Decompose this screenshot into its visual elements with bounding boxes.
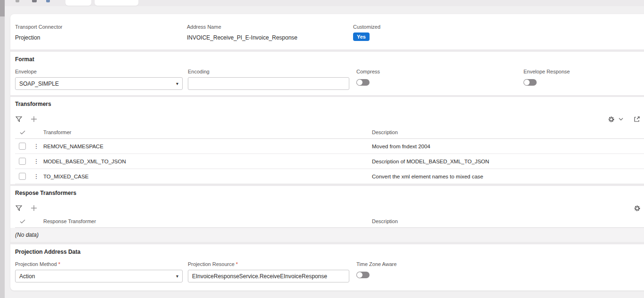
encoding-label: Encoding: [188, 69, 349, 74]
description-cell: Convert the xml element names to mixed c…: [372, 174, 644, 179]
transformer-cell: TO_MIXED_CASE: [43, 174, 372, 179]
format-section: Format Envelope SOAP_SIMPLE ▾ Encoding C…: [10, 52, 644, 95]
projection-address-title: Projection Address Data: [15, 249, 644, 255]
tab-stub-2[interactable]: [95, 0, 138, 6]
select-all-icon[interactable]: [19, 217, 26, 225]
envelope-response-toggle[interactable]: [523, 79, 537, 86]
left-scrollbar-track: [0, 0, 5, 298]
address-name-value: INVOICE_Receive_PI_E-Invoice_Response: [187, 34, 353, 41]
projection-resource-input[interactable]: [188, 270, 349, 282]
row-checkbox[interactable]: [19, 158, 26, 165]
transformers-toolbar: [15, 112, 644, 126]
row-checkbox[interactable]: [19, 143, 26, 150]
chevron-down-icon[interactable]: [617, 115, 625, 123]
transformers-section: Transformers: [10, 97, 644, 184]
envelope-select[interactable]: SOAP_SIMPLE ▾: [15, 77, 183, 90]
envelope-response-label: Envelope Response: [523, 69, 570, 74]
projection-address-section: Projection Address Data Projection Metho…: [10, 244, 644, 287]
response-transformers-table-header: Response Transformer Description: [15, 215, 644, 228]
projection-method-select[interactable]: Action ▾: [15, 270, 183, 282]
add-icon[interactable]: [30, 204, 38, 212]
column-header-response-transformer[interactable]: Response Transformer: [43, 218, 372, 224]
address-name-label: Address Name: [187, 24, 353, 30]
projection-method-label: Projection Method*: [15, 261, 183, 267]
left-scrollbar-thumb[interactable]: [0, 0, 5, 16]
table-row[interactable]: ⋮ REMOVE_NAMESPACE Moved from fndext 200…: [15, 139, 644, 154]
encoding-input[interactable]: [188, 77, 349, 90]
column-header-description[interactable]: Description: [372, 129, 644, 135]
toolbar-icon-fragment: [46, 0, 50, 2]
compress-toggle[interactable]: [356, 79, 370, 86]
time-zone-aware-toggle[interactable]: [356, 272, 370, 278]
description-cell: Description of MODEL_BASED_XML_TO_JSON: [372, 159, 644, 164]
response-transformers-section: Respose Transformers: [10, 186, 644, 228]
column-header-description[interactable]: Description: [372, 218, 644, 224]
gear-icon[interactable]: [633, 204, 641, 212]
response-transformers-toolbar: [15, 201, 644, 215]
customized-badge: Yes: [353, 32, 370, 41]
description-cell: Moved from fndext 2004: [372, 144, 644, 149]
required-asterisk: *: [236, 261, 238, 267]
toolbar-icon-fragment: [32, 0, 37, 2]
compress-label: Compress: [356, 69, 523, 74]
tab-stub-1[interactable]: [65, 0, 91, 6]
transformer-cell: MODEL_BASED_XML_TO_JSON: [43, 159, 372, 164]
projection-resource-label: Projection Resource*: [188, 261, 349, 267]
row-menu-icon[interactable]: ⋮: [33, 173, 40, 180]
column-header-transformer[interactable]: Transformer: [43, 129, 372, 135]
dropdown-caret-icon: ▾: [176, 81, 178, 86]
add-icon[interactable]: [30, 115, 38, 123]
export-icon[interactable]: [633, 115, 641, 123]
transformer-cell: REMOVE_NAMESPACE: [43, 144, 372, 149]
envelope-label: Envelope: [15, 69, 183, 74]
connector-header-section: Transport Connector Projection Address N…: [10, 14, 644, 49]
toolbar-icon-fragment: [16, 0, 19, 2]
transport-connector-label: Transport Connector: [15, 24, 187, 30]
filter-icon[interactable]: [15, 204, 23, 212]
transformers-table-header: Transformer Description: [15, 126, 644, 139]
table-row[interactable]: ⋮ TO_MIXED_CASE Convert the xml element …: [15, 169, 644, 184]
customized-label: Customized: [353, 24, 520, 30]
gear-icon[interactable]: [607, 115, 615, 123]
top-toolbar: [5, 0, 644, 6]
table-row[interactable]: ⋮ MODEL_BASED_XML_TO_JSON Description of…: [15, 154, 644, 169]
dropdown-caret-icon: ▾: [176, 274, 178, 279]
row-checkbox[interactable]: [19, 173, 26, 180]
filter-icon[interactable]: [15, 115, 23, 123]
no-data-row: (No data): [10, 228, 644, 242]
projection-method-value: Action: [19, 273, 35, 280]
response-transformers-section-title: Respose Transformers: [15, 190, 644, 196]
transformers-section-title: Transformers: [15, 101, 644, 107]
row-menu-icon[interactable]: ⋮: [33, 143, 40, 150]
row-menu-icon[interactable]: ⋮: [33, 158, 40, 165]
required-asterisk: *: [58, 261, 60, 267]
address-detail-card: Transport Connector Projection Address N…: [10, 14, 644, 290]
time-zone-aware-label: Time Zone Aware: [356, 261, 397, 267]
envelope-select-value: SOAP_SIMPLE: [19, 81, 59, 87]
transport-connector-value: Projection: [15, 34, 187, 41]
format-section-title: Format: [15, 56, 644, 63]
select-all-icon[interactable]: [19, 129, 26, 136]
